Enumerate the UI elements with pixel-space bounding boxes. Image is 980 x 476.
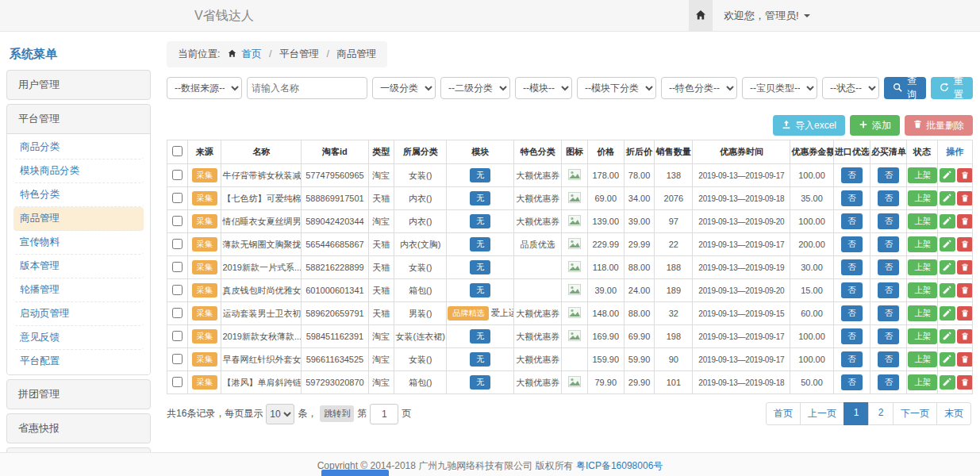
- row-checkbox[interactable]: [172, 285, 183, 295]
- row-checkbox[interactable]: [172, 193, 183, 203]
- delete-button[interactable]: [957, 283, 973, 298]
- must-buy-toggle[interactable]: 否: [878, 328, 899, 344]
- must-buy-toggle[interactable]: 否: [878, 167, 899, 183]
- import-select-toggle[interactable]: 否: [841, 328, 863, 344]
- name-search-input[interactable]: [247, 77, 367, 99]
- row-checkbox[interactable]: [172, 262, 183, 272]
- delete-button[interactable]: [957, 352, 973, 367]
- status-button[interactable]: 上架: [908, 213, 937, 229]
- import-select-toggle[interactable]: 否: [841, 374, 863, 390]
- page-jump-input[interactable]: [370, 404, 398, 424]
- sidebar-item-平台配置[interactable]: 平台配置: [13, 350, 144, 373]
- edit-button[interactable]: [940, 375, 955, 390]
- module-sub-select[interactable]: --模块下分类--: [577, 77, 656, 99]
- sidebar-group-0[interactable]: 用户管理: [7, 71, 150, 99]
- edit-button[interactable]: [940, 352, 955, 367]
- data-source-select[interactable]: --数据来源--: [167, 77, 242, 99]
- delete-button[interactable]: [957, 214, 973, 228]
- delete-button[interactable]: [957, 329, 973, 344]
- status-button[interactable]: 上架: [908, 374, 937, 390]
- category-l1-select[interactable]: 一级分类: [372, 77, 436, 99]
- delete-button[interactable]: [957, 191, 973, 205]
- status-button[interactable]: 上架: [908, 259, 937, 275]
- pager-last[interactable]: 末页: [936, 402, 971, 425]
- status-button[interactable]: 上架: [908, 328, 937, 344]
- must-buy-toggle[interactable]: 否: [878, 259, 899, 275]
- sidebar-item-特色分类[interactable]: 特色分类: [13, 183, 144, 207]
- delete-button[interactable]: [957, 306, 973, 321]
- must-buy-toggle[interactable]: 否: [878, 282, 899, 298]
- sidebar-group-1[interactable]: 平台管理: [7, 105, 150, 133]
- delete-button[interactable]: [957, 237, 973, 251]
- import-select-toggle[interactable]: 否: [841, 190, 863, 206]
- sidebar-item-意见反馈[interactable]: 意见反馈: [13, 326, 144, 350]
- edit-button[interactable]: [940, 214, 955, 228]
- add-button[interactable]: 添加: [850, 115, 900, 136]
- status-button[interactable]: 上架: [908, 236, 937, 252]
- sidebar-group-2[interactable]: 拼团管理: [7, 380, 150, 409]
- status-button[interactable]: 上架: [908, 351, 937, 367]
- edit-button[interactable]: [940, 283, 955, 298]
- edit-button[interactable]: [940, 237, 955, 251]
- delete-button[interactable]: [957, 168, 973, 182]
- must-buy-toggle[interactable]: 否: [878, 374, 899, 390]
- edit-button[interactable]: [940, 329, 955, 344]
- import-select-toggle[interactable]: 否: [841, 167, 863, 183]
- must-buy-toggle[interactable]: 否: [878, 190, 899, 206]
- import-select-toggle[interactable]: 否: [841, 351, 863, 367]
- must-buy-toggle[interactable]: 否: [878, 305, 899, 321]
- delete-button[interactable]: [957, 375, 973, 390]
- import-excel-button[interactable]: 导入excel: [773, 115, 845, 136]
- row-checkbox[interactable]: [172, 216, 183, 226]
- import-select-toggle[interactable]: 否: [841, 236, 863, 252]
- row-checkbox[interactable]: [172, 308, 183, 318]
- status-button[interactable]: 上架: [908, 167, 937, 183]
- pager-page-2[interactable]: 2: [868, 402, 894, 425]
- row-checkbox[interactable]: [172, 170, 183, 180]
- must-buy-toggle[interactable]: 否: [878, 236, 899, 252]
- sidebar-item-轮播管理[interactable]: 轮播管理: [13, 278, 144, 302]
- edit-button[interactable]: [940, 306, 955, 321]
- module-select[interactable]: --模块--: [515, 77, 572, 99]
- per-page-select[interactable]: 10: [266, 404, 294, 424]
- sidebar-item-启动页管理[interactable]: 启动页管理: [13, 302, 144, 326]
- sidebar-item-商品分类[interactable]: 商品分类: [13, 136, 144, 159]
- breadcrumb-home-link[interactable]: 首页: [241, 48, 261, 60]
- status-button[interactable]: 上架: [908, 305, 937, 321]
- row-checkbox[interactable]: [172, 239, 183, 249]
- icp-link[interactable]: 粤ICP备16098006号: [576, 460, 663, 471]
- edit-button[interactable]: [940, 191, 955, 205]
- delete-button[interactable]: [957, 260, 973, 274]
- row-checkbox[interactable]: [172, 354, 183, 364]
- import-select-toggle[interactable]: 否: [841, 282, 863, 298]
- status-button[interactable]: 上架: [908, 190, 937, 206]
- sidebar-item-版本管理[interactable]: 版本管理: [13, 255, 144, 278]
- pager-next[interactable]: 下一页: [893, 402, 937, 425]
- row-checkbox[interactable]: [172, 377, 183, 387]
- pager-page-1[interactable]: 1: [844, 402, 869, 425]
- must-buy-toggle[interactable]: 否: [878, 351, 899, 367]
- pager-first[interactable]: 首页: [766, 402, 801, 425]
- import-select-toggle[interactable]: 否: [841, 213, 863, 229]
- edit-button[interactable]: [940, 168, 955, 182]
- category-l2-select[interactable]: --二级分类--: [440, 77, 510, 99]
- user-menu[interactable]: 欢迎您，管理员!: [724, 9, 810, 23]
- select-all-checkbox[interactable]: [172, 146, 183, 156]
- import-select-toggle[interactable]: 否: [841, 259, 863, 275]
- sidebar-item-宣传物料[interactable]: 宣传物料: [13, 231, 144, 255]
- edit-button[interactable]: [940, 260, 955, 274]
- must-buy-toggle[interactable]: 否: [878, 213, 899, 229]
- home-button[interactable]: [689, 0, 713, 32]
- feature-category-select[interactable]: --特色分类--: [661, 77, 737, 99]
- import-select-toggle[interactable]: 否: [841, 305, 863, 321]
- goods-type-select[interactable]: --宝贝类型--: [742, 77, 817, 99]
- row-checkbox[interactable]: [172, 331, 183, 341]
- reset-button[interactable]: 重置: [931, 77, 973, 99]
- status-button[interactable]: 上架: [908, 282, 937, 298]
- batch-delete-button[interactable]: 批量删除: [905, 115, 973, 136]
- status-select[interactable]: --状态--: [822, 77, 879, 99]
- sidebar-item-模块商品分类[interactable]: 模块商品分类: [13, 159, 144, 183]
- sidebar-group-3[interactable]: 省惠快报: [7, 414, 150, 443]
- sidebar-item-商品管理[interactable]: 商品管理: [13, 207, 144, 231]
- search-button[interactable]: 查询: [884, 77, 926, 99]
